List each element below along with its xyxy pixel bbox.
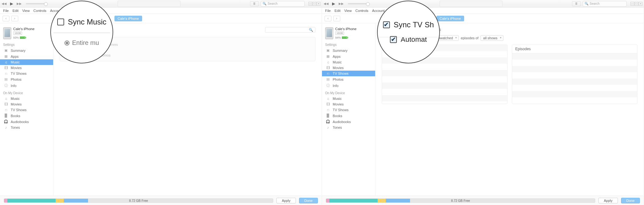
omd-item-movies[interactable]: 🎞Movies <box>0 101 53 107</box>
close-button[interactable]: × <box>317 2 320 6</box>
list-item[interactable] <box>512 53 637 60</box>
omd-item-movies[interactable]: 🎞Movies <box>322 101 375 107</box>
movies-icon: 🎞 <box>326 102 330 106</box>
list-item[interactable] <box>382 76 507 83</box>
device-pill[interactable]: Cale's iPhone <box>436 16 464 21</box>
capacity-bar: 8.72 GB Free <box>4 198 273 203</box>
sidebar-item-info[interactable]: ⓘInfo <box>0 82 53 89</box>
sidebar-item-music[interactable]: ♫Music <box>0 59 53 65</box>
back-button[interactable]: ‹ <box>3 16 9 21</box>
mag-sync-music-row[interactable]: Sync Music <box>57 18 107 26</box>
list-item[interactable] <box>512 97 637 104</box>
omd-item-audiobooks[interactable]: 🎧Audiobooks <box>0 119 53 125</box>
list-item[interactable] <box>512 66 637 72</box>
list-view-button[interactable]: ≣ <box>250 1 259 6</box>
content-search-input[interactable]: 🔍 <box>265 27 315 33</box>
forward-button[interactable]: ▶▶ <box>338 1 344 7</box>
menu-file[interactable]: File <box>2 9 10 13</box>
menu-file[interactable]: File <box>324 9 332 13</box>
omd-item-tones[interactable]: ♪Tones <box>0 125 53 130</box>
device-icon <box>3 27 11 39</box>
forward-button[interactable]: ▶▶ <box>16 1 22 7</box>
list-item[interactable] <box>512 91 637 97</box>
play-button[interactable]: ▶ <box>9 1 14 7</box>
close-button[interactable]: × <box>639 2 642 6</box>
sidebar-item-apps[interactable]: ▦Apps <box>322 53 375 59</box>
omd-item-books[interactable]: ▉Books <box>0 113 53 119</box>
sidebar-item-summary[interactable]: ▣Summary <box>0 47 53 53</box>
sidebar-item-music[interactable]: ♫Music <box>322 59 375 65</box>
play-button[interactable]: ▶ <box>331 1 336 7</box>
minimize-button[interactable]: — <box>630 2 634 6</box>
sidebar-item-tvshows[interactable]: ⏍TV Shows <box>322 71 375 76</box>
menu-edit[interactable]: Edit <box>11 9 20 13</box>
list-item[interactable] <box>382 89 507 95</box>
show-filter-dropdown[interactable]: all shows <box>480 35 503 41</box>
rewind-button[interactable]: ◀◀ <box>323 1 329 7</box>
menu-view[interactable]: View <box>21 9 31 13</box>
sidebar-item-apps[interactable]: ▦Apps <box>0 53 53 59</box>
omd-item-audiobooks[interactable]: 🎧Audiobooks <box>322 119 375 125</box>
device-block[interactable]: Cale's iPhone 16GB 93% <box>0 26 53 40</box>
maximize-button[interactable]: □ <box>313 2 316 6</box>
sync-music-checkbox[interactable] <box>57 19 64 25</box>
mag-sync-tv-row[interactable]: Sync TV Sh <box>383 20 434 29</box>
omd-item-tvshows[interactable]: ⏍TV Shows <box>322 107 375 113</box>
onmydevice-section-header: On My Device <box>322 89 375 96</box>
done-button[interactable]: Done <box>299 198 318 203</box>
omd-item-music[interactable]: ♫Music <box>322 96 375 101</box>
search-input[interactable]: 🔍 Search <box>583 1 627 7</box>
list-item[interactable] <box>512 85 637 91</box>
device-pill[interactable]: Cale's iPhone <box>114 16 142 21</box>
list-item[interactable] <box>382 95 507 101</box>
omd-item-tones[interactable]: ♪Tones <box>322 125 375 130</box>
list-item[interactable] <box>512 72 637 78</box>
back-button[interactable]: ‹ <box>325 16 331 21</box>
omd-item-tvshows[interactable]: ⏍TV Shows <box>0 107 53 113</box>
list-item[interactable] <box>382 83 507 89</box>
device-name-label: Cale's iPhone <box>13 27 35 31</box>
volume-slider[interactable] <box>348 3 370 4</box>
playback-controls: ◀◀ ▶ ▶▶ <box>323 1 370 7</box>
lcd-display <box>118 1 180 7</box>
sidebar-item-info[interactable]: ⓘInfo <box>322 82 375 89</box>
rewind-button[interactable]: ◀◀ <box>1 1 7 7</box>
sidebar-item-photos[interactable]: ▤Photos <box>0 76 53 82</box>
capacity-seg-audio <box>4 199 7 202</box>
maximize-button[interactable]: □ <box>635 2 638 6</box>
settings-section-header: Settings <box>0 40 53 47</box>
sidebar-item-summary[interactable]: ▣Summary <box>322 47 375 53</box>
sidebar-item-tvshows[interactable]: ⏍TV Shows <box>0 71 53 76</box>
apply-button[interactable]: Apply <box>598 198 618 203</box>
sync-tvshows-checkbox[interactable] <box>383 21 390 28</box>
menu-edit[interactable]: Edit <box>333 9 342 13</box>
omd-item-books[interactable]: ▉Books <box>322 113 375 119</box>
auto-include-checkbox[interactable] <box>390 36 397 43</box>
device-block[interactable]: Cale's iPhone 16GB 94% <box>322 26 375 40</box>
forward-button-nav[interactable]: › <box>333 16 340 21</box>
music-icon: ♫ <box>326 60 330 64</box>
list-item[interactable] <box>512 60 637 66</box>
minimize-button[interactable]: — <box>308 2 312 6</box>
sidebar-item-photos[interactable]: ▤Photos <box>322 76 375 82</box>
done-button[interactable]: Done <box>621 198 640 203</box>
sidebar-item-movies[interactable]: 🎞Movies <box>322 65 375 71</box>
menu-view[interactable]: View <box>343 9 353 13</box>
summary-icon: ▣ <box>326 48 330 52</box>
menu-controls[interactable]: Controls <box>354 9 369 13</box>
omd-item-music[interactable]: ♫Music <box>0 96 53 101</box>
forward-button-nav[interactable]: › <box>11 16 18 21</box>
menu-account[interactable]: Account <box>371 9 386 13</box>
list-item[interactable] <box>382 64 507 70</box>
include-voice-memos[interactable]: Include voice memos <box>73 53 309 57</box>
search-input[interactable]: 🔍 Search <box>261 1 305 7</box>
apply-button[interactable]: Apply <box>276 198 296 203</box>
entire-library-radio[interactable] <box>64 40 69 46</box>
volume-slider[interactable] <box>26 3 48 4</box>
list-item[interactable] <box>512 78 637 85</box>
menu-controls[interactable]: Controls <box>32 9 47 13</box>
sidebar-item-movies[interactable]: 🎞Movies <box>0 65 53 71</box>
mag-entire-row[interactable]: Entire mu <box>64 39 99 46</box>
list-view-button[interactable]: ≣ <box>572 1 581 6</box>
list-item[interactable] <box>382 70 507 76</box>
